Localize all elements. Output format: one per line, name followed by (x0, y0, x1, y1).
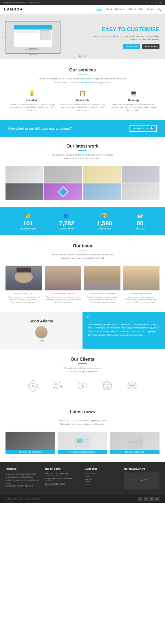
portfolio-item[interactable] (122, 183, 160, 200)
stat-completed-projects: 👍 101 Completed Projects (20, 212, 36, 230)
people-icon: 👥 (59, 212, 74, 218)
footer-linkedin-icon[interactable]: in (149, 497, 154, 501)
nav-elements[interactable]: Elements (115, 8, 124, 11)
service-title-develop: Develop (110, 99, 157, 102)
footer-facebook-icon[interactable]: f (138, 497, 142, 501)
clients-grid (6, 379, 160, 393)
cta-text: Interested in our full business solution… (8, 126, 72, 130)
googleplus-icon[interactable]: g+ (159, 1, 162, 4)
service-desc-visualise: Lambda is ultra flexible and lets you cr… (8, 103, 55, 112)
stats-bar: 👍 101 Completed Projects 👥 7,782 Happy C… (0, 207, 165, 235)
top-bar-social: f t in g+ (145, 1, 162, 4)
clients-subtitle: We work close with our clients projects … (6, 367, 160, 374)
footer-categories: Categories Arts & Culture Mobile Reviews… (85, 467, 120, 489)
team-photo-brandon (6, 266, 42, 290)
hero-prev-button[interactable]: ‹ (1, 34, 3, 39)
footer-posts-title: Recent posts (45, 467, 81, 470)
hero-text: EASY TO CUSTOMISE Lambda is ultra flexib… (91, 26, 160, 49)
top-bar-contact: hello@lambda-theme.com +1 800 555-555 (3, 2, 41, 4)
thumbsup-icon: 👍 (20, 212, 36, 218)
svg-rect-26 (84, 439, 88, 440)
footer-copyright: Lambda Html Theme © Oxygenins 2015 (6, 498, 40, 500)
service-title-research: Research (59, 99, 106, 102)
news-image-1: The know how of branding (6, 432, 55, 454)
portfolio-item[interactable] (83, 166, 121, 183)
team-subtitle: Time to meet our team of technology and … (6, 253, 160, 260)
portfolio-item[interactable] (6, 183, 43, 200)
footer-post-2: A corporate design to remember September… (45, 478, 81, 481)
news-grid: The know how of branding A corporate des… (6, 432, 160, 454)
hero-dot-2[interactable] (82, 55, 83, 57)
footer-post-title-3[interactable]: The blog fundamentals (45, 483, 81, 485)
nav-contact[interactable]: Contact (147, 8, 154, 11)
hero-dot-3[interactable] (84, 55, 86, 57)
svg-rect-25 (77, 439, 82, 443)
footer-googleplus-icon[interactable]: g+ (155, 497, 160, 501)
footer-post-title-1[interactable]: The know how of branding (45, 472, 81, 474)
get-it-now-button[interactable]: GET IT NOW (123, 44, 140, 49)
svg-point-34 (141, 479, 142, 481)
hero-dot-1[interactable] (79, 55, 81, 57)
service-item-develop: 💻 Develop Basic search engine optimisati… (110, 90, 157, 112)
stat-number: 1,580 (97, 220, 112, 227)
footer-cat-tech[interactable]: Tech (85, 483, 120, 485)
news-label-3: The blog fundamentals (110, 450, 160, 454)
read-more-button[interactable]: READ MORE (142, 44, 160, 49)
logo: LAMBDA (4, 7, 23, 11)
hero-screen-mockup (6, 21, 61, 54)
svg-point-7 (53, 386, 56, 389)
footer-cat-sports[interactable]: Sports (85, 481, 120, 483)
service-title-visualise: Visualise (8, 99, 55, 102)
footer-about-link[interactable]: Get Lambda and start right away. (6, 485, 41, 487)
stat-coffee-cups: ☕ 80 Coffee Cups (135, 212, 145, 230)
team-name-shirley: Shirley King Designer (123, 292, 160, 295)
footer-post-title-2[interactable]: A corporate design to remember (45, 478, 81, 480)
hero-dots (79, 55, 86, 57)
twitter-icon[interactable]: t (150, 1, 153, 4)
team-name-donald: Donald Coleman Developer (84, 292, 120, 295)
news-item-3[interactable]: The blog fundamentals (110, 432, 160, 454)
hero-image (6, 21, 82, 54)
news-item-1[interactable]: The know how of branding (6, 432, 55, 454)
footer-about-title: About Us (6, 467, 41, 470)
nav-blog[interactable]: Blog (139, 8, 143, 11)
portfolio-item[interactable] (44, 183, 82, 200)
linkedin-icon[interactable]: in (154, 1, 158, 4)
search-icon[interactable]: 🔍 (158, 8, 161, 11)
portfolio-item[interactable] (83, 183, 121, 200)
news-title: Latest news (6, 409, 160, 414)
email: hello@lambda-theme.com (3, 2, 25, 4)
client-logo-2 (48, 379, 67, 393)
news-item-2[interactable]: A corporate design to remember (58, 432, 107, 454)
title-underline (78, 74, 87, 74)
footer-post-date-3: September 29, 2014 (45, 485, 81, 487)
facebook-icon[interactable]: f (145, 1, 148, 4)
footer-post-date-2: September 29, 2014 (45, 480, 81, 481)
clients-section: Our Clients We work close with our clien… (0, 349, 165, 401)
nav-home[interactable]: Home (97, 8, 102, 11)
portfolio-item[interactable] (6, 166, 43, 183)
team-photo-amanda (45, 266, 81, 290)
phone: +1 800 555-555 (28, 2, 41, 4)
svg-point-35 (145, 479, 146, 480)
footer-post-date-1: September 29, 2014 (45, 474, 81, 476)
news-subtitle: Want to catch up on whats been happening… (6, 419, 160, 426)
nav-portfolio[interactable]: Portfolio (128, 8, 136, 11)
footer-twitter-icon[interactable]: t (144, 497, 148, 501)
footer-cat-reviews[interactable]: Reviews (85, 478, 120, 480)
footer-social: f t in g+ (138, 497, 160, 501)
develop-icon: 💻 (110, 90, 157, 97)
footer-cat-mobile[interactable]: Mobile (85, 475, 120, 477)
news-image-2: A corporate design to remember (58, 432, 107, 454)
footer-cat-arts[interactable]: Arts & Culture (85, 472, 120, 474)
news-image-3: The blog fundamentals (110, 432, 160, 454)
stat-label: Coffee Cups (135, 228, 145, 230)
team-member-amanda: Amanda Hayes Director Efficiently unleas… (45, 266, 81, 303)
stat-label: Lines per hour (97, 228, 112, 230)
team-desc-donald: Completely synergize resource sucking re… (84, 296, 120, 303)
portfolio-item[interactable] (44, 166, 82, 183)
nav-pages[interactable]: Pages (106, 8, 112, 11)
portfolio-item[interactable] (122, 166, 160, 183)
title-underline-clients (78, 363, 87, 364)
cta-button[interactable]: lets have a chat 💬 (130, 125, 157, 132)
